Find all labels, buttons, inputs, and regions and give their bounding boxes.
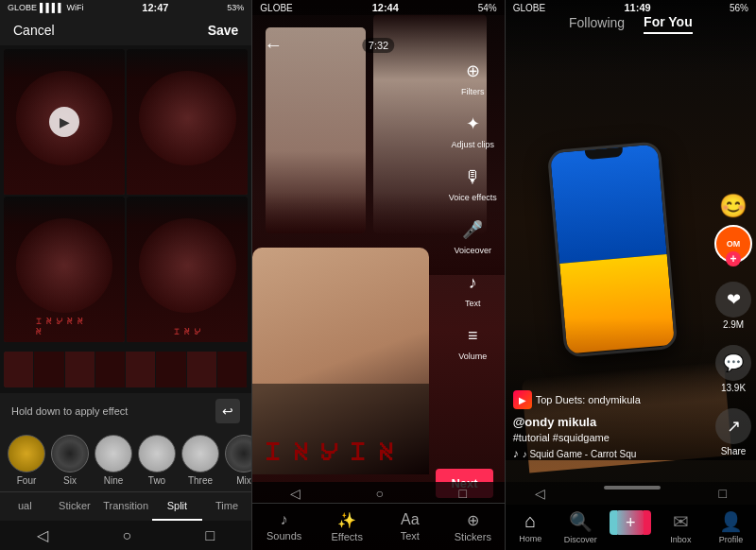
timeline-frame [187, 352, 217, 387]
effect-four-icon [8, 435, 45, 473]
timeline-strip[interactable] [4, 352, 248, 387]
filter-status-bar: GLOBE 12:44 54% [252, 0, 504, 15]
effect-two[interactable]: Two [138, 435, 176, 486]
duets-icon: ▶ [513, 390, 532, 409]
filter-tab-effects[interactable]: ✨ Effects [316, 504, 379, 550]
share-label: Share [721, 446, 747, 456]
effect-four[interactable]: Four [8, 435, 45, 486]
filter-home-nav[interactable]: ○ [376, 486, 384, 501]
back-nav-icon[interactable]: ◁ [37, 526, 48, 544]
tab-time[interactable]: Time [202, 492, 252, 521]
filter-tab-stickers[interactable]: ⊕ Stickers [441, 504, 505, 550]
editor-timeline[interactable] [0, 346, 251, 393]
nav-discover[interactable]: 🔍 Discover [556, 510, 606, 544]
feed-recent-nav[interactable]: □ [719, 486, 727, 501]
music-text: ♪ Squid Game - Carrot Squ [523, 449, 637, 459]
like-action[interactable]: ❤ 2.9M [715, 282, 751, 330]
share-action[interactable]: ↗ Share [715, 408, 751, 456]
panel-editor: GLOBE ▌▌▌▌ WiFi 12:47 53% Cancel Save ▶ … [0, 0, 251, 550]
filter-tool-text[interactable]: ♪ Text [458, 268, 487, 308]
effect-six-label: Six [63, 475, 77, 486]
recent-nav-icon[interactable]: □ [205, 527, 215, 544]
effects-icon: ✨ [337, 511, 356, 529]
editor-header: Cancel Save [0, 15, 251, 45]
feed-back-nav[interactable]: ◁ [535, 486, 545, 501]
thumbnail-2[interactable] [127, 49, 248, 195]
tab-split[interactable]: Split [152, 492, 202, 521]
profile-label: Profile [719, 535, 744, 544]
like-icon: ❤ [715, 282, 751, 318]
text-label: Text [465, 299, 481, 308]
thumbnail-1[interactable]: ▶ [4, 49, 125, 195]
filter-tool-voice[interactable]: 🎙 Voice effects [449, 163, 497, 202]
filter-recent-nav[interactable]: □ [458, 486, 466, 501]
filter-selfie-area: ꀤꋊꌦꀤꋊ [252, 248, 428, 474]
nav-profile[interactable]: 👤 Profile [706, 510, 756, 544]
effect-nine-label: Nine [104, 475, 124, 486]
feed-home-pill[interactable] [604, 486, 661, 490]
filter-tab-sounds[interactable]: ♪ Sounds [252, 504, 316, 550]
filter-tool-adjust[interactable]: ✦ Adjust clips [451, 110, 494, 149]
feed-os-nav: ◁ □ [506, 482, 756, 505]
feed-bottom-nav: ⌂ Home 🔍 Discover + ✉ Inbox 👤 Profile [506, 505, 756, 550]
sounds-label: Sounds [266, 530, 301, 541]
effects-label: Effects [331, 531, 362, 542]
nav-create[interactable]: + [606, 510, 656, 544]
comment-count: 13.9K [721, 383, 746, 393]
effect-mix-icon [225, 435, 251, 473]
filter-tool-filters[interactable]: ⊕ Filters [458, 57, 487, 96]
effect-six[interactable]: Six [51, 435, 89, 486]
creator-username[interactable]: @ondy mikula [513, 415, 707, 429]
editor-carrier: GLOBE ▌▌▌▌ WiFi [8, 3, 84, 12]
tab-transition[interactable]: Transition [99, 492, 152, 521]
profile-icon: 👤 [719, 510, 743, 533]
panel-filter: ꀤꋊꌦꀤꋊ GLOBE 12:44 54% ← 7:32 ⊕ Filters ✦… [252, 0, 504, 550]
timeline-frame [126, 352, 156, 387]
stickers-label: Stickers [455, 531, 491, 542]
timeline-frame [217, 352, 248, 387]
filter-tool-volume[interactable]: ≡ Volume [458, 321, 487, 361]
filter-timer: 7:32 [363, 38, 394, 53]
effect-nine-icon [94, 435, 132, 473]
effect-mix[interactable]: Mix [225, 435, 251, 486]
nav-home[interactable]: ⌂ Home [506, 510, 556, 544]
undo-button[interactable]: ↩ [215, 399, 240, 423]
discover-icon: 🔍 [569, 510, 593, 533]
music-note-icon: ♪ [513, 447, 519, 460]
phone-screen-top [549, 144, 666, 264]
editor-thumbnails: ▶ ꀤꋊꌦꋊꋊꋊ ꀤꋊꌦ [0, 45, 251, 346]
thumbnail-4[interactable]: ꀤꋊꌦ [127, 197, 248, 342]
tab-sticker[interactable]: Sticker [50, 492, 100, 521]
filter-back-button[interactable]: ← [264, 34, 283, 56]
editor-status-bar: GLOBE ▌▌▌▌ WiFi 12:47 53% [0, 0, 251, 15]
effect-two-icon [138, 435, 176, 473]
comment-action[interactable]: 💬 13.9K [715, 345, 751, 393]
save-button[interactable]: Save [208, 23, 239, 38]
effect-nine[interactable]: Nine [94, 435, 132, 486]
creator-avatar[interactable]: OM + [714, 225, 752, 263]
feed-header: Following For You [506, 14, 756, 34]
tab-for-you[interactable]: For You [644, 14, 693, 34]
tab-following[interactable]: Following [569, 15, 625, 33]
nav-inbox[interactable]: ✉ Inbox [656, 510, 706, 544]
inbox-icon: ✉ [673, 510, 689, 533]
filter-back-nav[interactable]: ◁ [290, 486, 301, 501]
editor-tabs: ual Sticker Transition Split Time [0, 491, 251, 521]
voiceover-icon: 🎤 [458, 215, 487, 244]
cancel-button[interactable]: Cancel [13, 23, 55, 38]
home-icon: ⌂ [524, 510, 536, 532]
effect-three[interactable]: Three [181, 435, 219, 486]
timeline-frame [156, 352, 186, 387]
create-icon[interactable]: + [613, 510, 647, 535]
feed-status-bar: GLOBE 11:49 56% [506, 0, 756, 15]
sounds-icon: ♪ [281, 511, 288, 528]
filter-tool-voiceover[interactable]: 🎤 Voiceover [454, 215, 491, 255]
filter-os-nav: ◁ ○ □ [252, 482, 504, 505]
thumbnail-3[interactable]: ꀤꋊꌦꋊꋊꋊ [4, 197, 125, 342]
tab-ual[interactable]: ual [0, 492, 50, 521]
filter-tab-text[interactable]: Aa Text [378, 504, 441, 550]
creator-avatar-container: 😊 OM + [714, 189, 752, 263]
play-icon[interactable]: ▶ [49, 107, 79, 137]
comment-icon: 💬 [715, 345, 751, 381]
home-nav-icon[interactable]: ○ [122, 527, 131, 544]
